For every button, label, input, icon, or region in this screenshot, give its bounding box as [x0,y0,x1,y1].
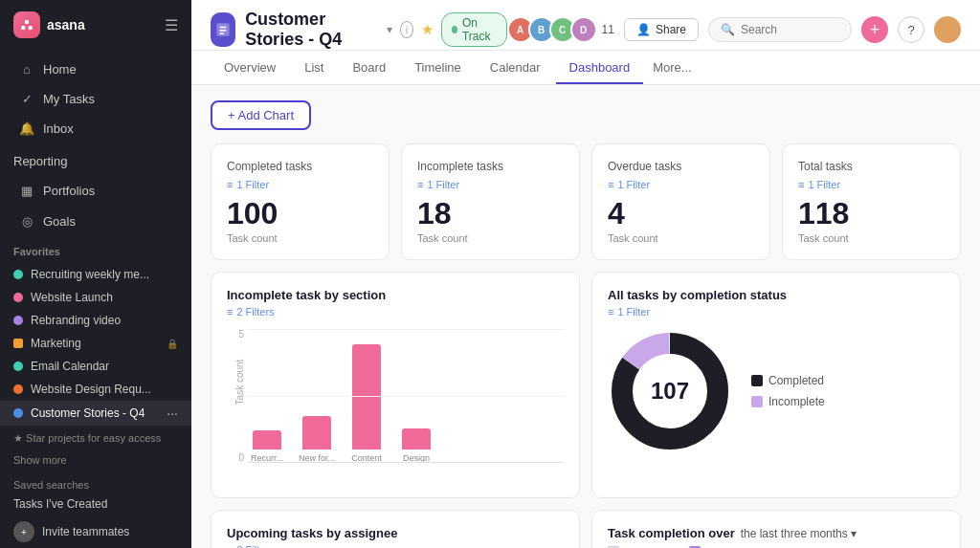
asana-logo: asana [13,11,85,38]
tab-calendar[interactable]: Calendar [477,51,554,84]
fav-item-customer-stories[interactable]: Customer Stories - Q4 ··· [0,401,191,426]
legend-completed: Completed [751,374,825,387]
invite-avatar: + [13,521,34,542]
tab-board[interactable]: Board [339,51,399,84]
star-projects: ★ Star projects for easy access [0,427,191,449]
filter-label-bar: 2 Filters [236,306,274,318]
stat-card-overdue: Overdue tasks ≡ 1 Filter 4 Task count [591,143,770,260]
stat-value-completed: 100 [227,198,373,229]
tab-overview[interactable]: Overview [211,51,289,84]
sidebar-item-inbox[interactable]: 🔔 Inbox [6,114,186,142]
check-circle-icon: ✓ [19,91,34,106]
stat-title-incomplete: Incomplete tasks [417,160,564,173]
bar-chart-filter[interactable]: ≡ 2 Filters [227,306,564,318]
sidebar-item-home[interactable]: ⌂ Home [6,55,186,83]
tab-timeline[interactable]: Timeline [401,51,475,84]
info-icon[interactable]: i [400,21,413,38]
stat-filter-incomplete[interactable]: ≡ 1 Filter [417,179,564,190]
help-button[interactable]: ? [898,16,924,43]
stat-sublabel-overdue: Task count [608,232,754,244]
fav-item-email-calendar[interactable]: Email Calendar [0,355,191,378]
project-header: Customer Stories - Q4 ▾ i ★ On Track [211,10,507,50]
tab-list[interactable]: List [291,51,337,84]
bar-chart-title: Incomplete task by section [227,288,564,302]
invite-teammates-item[interactable]: + Invite teammates [0,515,191,548]
member-count: 11 [602,23,614,36]
sidebar-bottom-section: Saved searches Tasks I've Created + Invi… [0,473,191,548]
logo-text: asana [47,17,85,33]
stat-filter-total[interactable]: ≡ 1 Filter [798,179,945,190]
sidebar-item-goals[interactable]: ◎ Goals [6,207,186,235]
hamburger-icon[interactable]: ☰ [165,16,178,34]
stat-filter-overdue[interactable]: ≡ 1 Filter [608,179,754,190]
sidebar-item-my-tasks[interactable]: ✓ My Tasks [6,84,186,113]
reporting-label: Reporting [0,147,191,175]
period-selector[interactable]: the last three months ▾ [741,527,857,540]
title-actions: ▾ i ★ On Track [387,12,507,47]
share-button[interactable]: 👤 Share [624,18,699,41]
search-box[interactable]: 🔍 [708,17,852,42]
upcoming-tasks-title: Upcoming tasks by assignee [227,526,564,540]
filter-icon-upcoming: ≡ [227,544,233,548]
svg-point-0 [25,20,30,25]
bar-chart-icon: ▦ [19,183,34,198]
stat-title-total: Total tasks [798,160,945,173]
star-icon[interactable]: ★ [421,21,434,38]
add-chart-button[interactable]: + Add Chart [211,100,311,130]
add-button[interactable]: + [861,16,888,43]
bar-new-rect [302,416,331,449]
donut-chart-card: All tasks by completion status ≡ 1 Filte… [591,272,961,498]
legend-dot-completed [751,375,763,386]
fav-item-marketing[interactable]: Marketing 🔒 [0,332,191,355]
bar-chart-area: 5 0 Recurr... [227,329,564,482]
dashboard-content: + Add Chart Completed tasks ≡ 1 Filter 1… [191,85,980,548]
sidebar-header: asana ☰ [0,0,191,50]
fav-item-website-design[interactable]: Website Design Requ... [0,378,191,401]
tab-dashboard[interactable]: Dashboard [556,51,644,84]
fav-dot-email [13,362,23,371]
completion-over-card: Task completion over the last three mont… [591,510,961,548]
donut-chart-filter[interactable]: ≡ 1 Filter [608,306,945,318]
fav-label-website-design: Website Design Requ... [31,383,151,396]
main-content: Customer Stories - Q4 ▾ i ★ On Track A B… [191,0,980,548]
fav-item-website-launch[interactable]: Website Launch [0,286,191,309]
status-dot [452,26,457,33]
favorites-list: Recruiting weekly me... Website Launch R… [0,261,191,427]
h-line-bottom [248,462,564,463]
fav-label-marketing: Marketing [31,337,81,350]
search-input[interactable] [741,23,836,36]
person-circle-icon: ◎ [19,213,34,229]
nav-label-portfolios: Portfolios [43,184,95,198]
bars-container: Recurr... New for... Content [248,329,564,463]
nav-label-my-tasks: My Tasks [43,92,95,106]
completion-header: Task completion over the last three mont… [608,526,945,540]
h-line-mid [248,396,564,397]
stat-value-overdue: 4 [608,198,754,229]
filter-label-completed: 1 Filter [236,179,269,190]
donut-container: 107 [608,329,732,453]
user-avatar[interactable] [934,16,961,43]
sidebar-item-portfolios[interactable]: ▦ Portfolios [6,176,186,205]
fav-item-recruiting[interactable]: Recruiting weekly me... [0,263,191,286]
tasks-created-item[interactable]: Tasks I've Created [0,493,191,515]
status-badge[interactable]: On Track [441,12,507,47]
filter-label-donut: 1 Filter [617,306,650,318]
fav-dot-marketing [13,339,23,348]
bar-content-rect [352,344,381,449]
stat-filter-completed[interactable]: ≡ 1 Filter [227,179,373,190]
fav-item-rebranding[interactable]: Rebranding video [0,309,191,332]
upcoming-tasks-filter[interactable]: ≡ 2 Filters [227,544,564,548]
avatar-group: A B C D 11 [507,16,614,43]
filter-label-upcoming: 2 Filters [236,544,274,548]
tab-more[interactable]: More... [645,51,699,84]
donut-center-value: 107 [651,378,689,405]
bar-chart-inner: 5 0 Recurr... [227,329,564,463]
more-dots-icon[interactable]: ··· [167,406,178,421]
title-chevron-icon[interactable]: ▾ [387,23,392,36]
stat-card-incomplete: Incomplete tasks ≡ 1 Filter 18 Task coun… [401,143,580,260]
filter-icon-completed: ≡ [227,179,233,190]
bottom-row: Upcoming tasks by assignee ≡ 2 Filters T… [211,510,961,548]
stat-value-total: 118 [798,198,945,229]
show-more[interactable]: Show more [0,449,191,471]
fav-dot-rebranding [13,316,23,325]
